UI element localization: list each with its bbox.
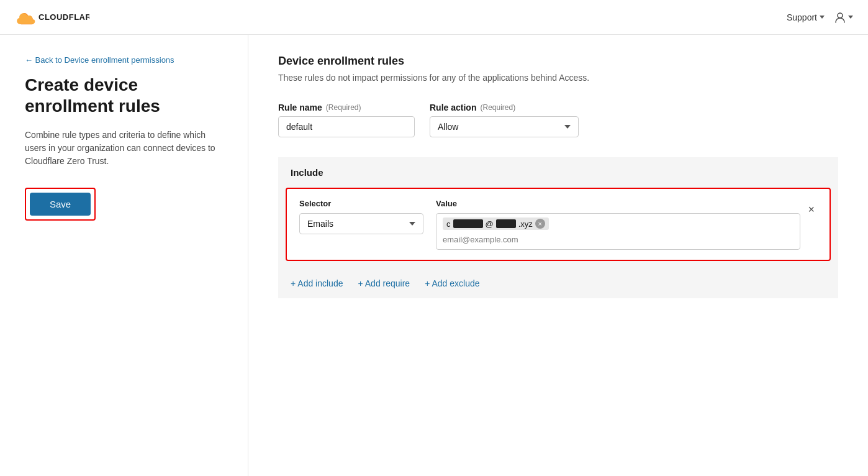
value-input-box[interactable]: c @ .xyz × [436,213,800,250]
email-tag: c @ .xyz × [443,217,549,230]
include-columns: Selector Emails Everyone Country IP rang… [299,199,817,250]
email-at: @ [486,219,494,229]
rule-action-label: Rule action (Required) [430,103,579,112]
selector-column: Selector Emails Everyone Country IP rang… [299,199,423,234]
back-link[interactable]: ← Back to Device enrollment permissions [25,55,174,65]
page-title: Create device enrollment rules [25,75,223,116]
user-chevron-icon [848,16,853,19]
header: CLOUDFLARE Support [0,0,868,35]
rule-form-row: Rule name (Required) Rule action (Requir… [278,103,838,137]
page-description: Combine rule types and criteria to defin… [25,129,223,168]
value-column: Value c @ .xyz × [436,199,817,250]
user-icon [834,12,846,23]
save-button[interactable]: Save [30,193,91,216]
rule-name-group: Rule name (Required) [278,103,415,137]
value-field-inner: Value c @ .xyz × [436,199,800,250]
cloudflare-logo: CLOUDFLARE [15,6,89,29]
add-exclude-link[interactable]: + Add exclude [425,278,479,288]
section-title: Device enrollment rules [278,55,838,68]
sidebar: ← Back to Device enrollment permissions … [0,35,248,476]
rule-name-label: Rule name (Required) [278,103,415,112]
email-suffix: .xyz [518,219,533,229]
include-header: Include [278,157,838,188]
value-label: Value [436,199,800,208]
email-redacted-username [453,219,483,228]
user-menu[interactable] [834,12,853,23]
support-chevron-icon [820,16,825,19]
selector-select[interactable]: Emails Everyone Country IP ranges Valid … [299,213,423,234]
include-section: Include Selector Emails Everyone Country… [278,157,838,298]
rule-name-input[interactable] [278,116,415,137]
include-row-close-button[interactable]: × [805,204,817,215]
svg-point-1 [838,13,843,18]
support-menu[interactable]: Support [787,12,825,22]
support-label: Support [787,12,817,22]
svg-text:CLOUDFLARE: CLOUDFLARE [38,12,89,22]
selector-label: Selector [299,199,423,208]
email-redacted-domain [496,219,516,228]
main-content: Device enrollment rules These rules do n… [248,35,868,476]
rule-action-group: Rule action (Required) Allow Block [430,103,579,137]
rule-action-required: (Required) [480,103,515,112]
add-include-link[interactable]: + Add include [291,278,343,288]
header-right: Support [787,12,853,23]
rule-action-select[interactable]: Allow Block [430,116,579,137]
logo-area: CLOUDFLARE [15,6,89,29]
rule-name-required: (Required) [326,103,361,112]
email-tag-remove-button[interactable]: × [535,219,545,229]
section-description: These rules do not impact permissions fo… [278,73,838,83]
layout: ← Back to Device enrollment permissions … [0,35,868,476]
include-body: Selector Emails Everyone Country IP rang… [286,188,831,261]
add-require-link[interactable]: + Add require [358,278,410,288]
save-button-wrapper: Save [25,188,96,221]
email-value-input[interactable] [443,234,793,245]
add-links-row: + Add include + Add require + Add exclud… [278,268,838,298]
email-tag-prefix: c [446,219,451,229]
